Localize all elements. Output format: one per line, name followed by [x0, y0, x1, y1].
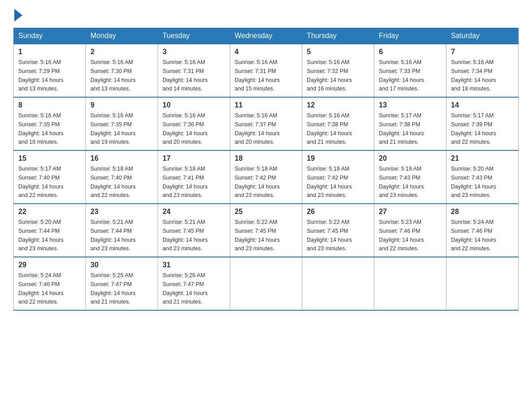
calendar-cell: 11 Sunrise: 5:16 AM Sunset: 7:37 PM Dayl… — [230, 97, 302, 150]
weekday-header-thursday: Thursday — [302, 28, 374, 44]
day-info: Sunrise: 5:20 AM Sunset: 7:43 PM Dayligh… — [451, 166, 496, 198]
calendar-cell: 9 Sunrise: 5:16 AM Sunset: 7:35 PM Dayli… — [86, 97, 158, 150]
calendar-cell — [302, 257, 374, 310]
day-info: Sunrise: 5:18 AM Sunset: 7:40 PM Dayligh… — [90, 166, 136, 198]
calendar-cell: 30 Sunrise: 5:25 AM Sunset: 7:47 PM Dayl… — [86, 257, 158, 310]
calendar-cell — [446, 257, 519, 310]
day-info: Sunrise: 5:19 AM Sunset: 7:42 PM Dayligh… — [307, 166, 352, 198]
calendar-cell: 15 Sunrise: 5:17 AM Sunset: 7:40 PM Dayl… — [14, 150, 86, 204]
calendar-cell: 31 Sunrise: 5:26 AM Sunset: 7:47 PM Dayl… — [158, 257, 230, 310]
day-number: 12 — [307, 101, 369, 109]
day-info: Sunrise: 5:16 AM Sunset: 7:33 PM Dayligh… — [379, 59, 424, 92]
calendar-cell: 22 Sunrise: 5:20 AM Sunset: 7:44 PM Dayl… — [14, 204, 86, 257]
day-info: Sunrise: 5:16 AM Sunset: 7:32 PM Dayligh… — [307, 59, 352, 92]
day-info: Sunrise: 5:22 AM Sunset: 7:45 PM Dayligh… — [235, 219, 280, 252]
calendar-week-row: 8 Sunrise: 5:16 AM Sunset: 7:35 PM Dayli… — [14, 97, 519, 150]
calendar-week-row: 22 Sunrise: 5:20 AM Sunset: 7:44 PM Dayl… — [14, 204, 519, 257]
calendar-cell: 13 Sunrise: 5:17 AM Sunset: 7:38 PM Dayl… — [374, 97, 446, 150]
day-info: Sunrise: 5:17 AM Sunset: 7:39 PM Dayligh… — [451, 112, 496, 145]
weekday-header-sunday: Sunday — [14, 28, 86, 44]
calendar-week-row: 1 Sunrise: 5:16 AM Sunset: 7:29 PM Dayli… — [14, 44, 519, 97]
weekday-header-saturday: Saturday — [446, 28, 519, 44]
day-info: Sunrise: 5:16 AM Sunset: 7:35 PM Dayligh… — [90, 112, 136, 145]
calendar-cell: 7 Sunrise: 5:16 AM Sunset: 7:34 PM Dayli… — [446, 44, 519, 97]
day-number: 6 — [379, 48, 442, 56]
day-number: 9 — [90, 101, 153, 109]
day-info: Sunrise: 5:24 AM Sunset: 7:46 PM Dayligh… — [451, 219, 496, 252]
day-number: 18 — [235, 154, 297, 163]
calendar-cell: 2 Sunrise: 5:16 AM Sunset: 7:30 PM Dayli… — [86, 44, 158, 97]
day-info: Sunrise: 5:24 AM Sunset: 7:46 PM Dayligh… — [18, 272, 64, 305]
calendar-cell: 5 Sunrise: 5:16 AM Sunset: 7:32 PM Dayli… — [302, 44, 374, 97]
day-number: 10 — [163, 101, 225, 109]
day-number: 23 — [90, 208, 153, 216]
day-info: Sunrise: 5:16 AM Sunset: 7:31 PM Dayligh… — [235, 59, 280, 92]
calendar-cell: 23 Sunrise: 5:21 AM Sunset: 7:44 PM Dayl… — [86, 204, 158, 257]
day-number: 15 — [18, 154, 81, 163]
day-number: 27 — [379, 208, 442, 216]
weekday-header-wednesday: Wednesday — [230, 28, 302, 44]
day-number: 30 — [90, 261, 153, 269]
day-number: 11 — [235, 101, 297, 109]
day-number: 4 — [235, 48, 297, 56]
calendar-cell: 26 Sunrise: 5:22 AM Sunset: 7:45 PM Dayl… — [302, 204, 374, 257]
day-info: Sunrise: 5:25 AM Sunset: 7:47 PM Dayligh… — [90, 272, 136, 305]
calendar-cell: 16 Sunrise: 5:18 AM Sunset: 7:40 PM Dayl… — [86, 150, 158, 204]
day-number: 13 — [379, 101, 442, 109]
day-info: Sunrise: 5:16 AM Sunset: 7:29 PM Dayligh… — [18, 59, 64, 92]
day-number: 24 — [163, 208, 225, 216]
logo-arrow-icon — [14, 9, 22, 21]
calendar-cell: 4 Sunrise: 5:16 AM Sunset: 7:31 PM Dayli… — [230, 44, 302, 97]
calendar-cell: 24 Sunrise: 5:21 AM Sunset: 7:45 PM Dayl… — [158, 204, 230, 257]
day-number: 25 — [235, 208, 297, 216]
calendar-cell: 18 Sunrise: 5:18 AM Sunset: 7:42 PM Dayl… — [230, 150, 302, 204]
day-number: 29 — [18, 261, 81, 269]
day-number: 5 — [307, 48, 369, 56]
weekday-header-friday: Friday — [374, 28, 446, 44]
calendar-cell: 19 Sunrise: 5:19 AM Sunset: 7:42 PM Dayl… — [302, 150, 374, 204]
day-info: Sunrise: 5:18 AM Sunset: 7:41 PM Dayligh… — [163, 166, 208, 198]
day-info: Sunrise: 5:20 AM Sunset: 7:44 PM Dayligh… — [18, 219, 64, 252]
day-info: Sunrise: 5:16 AM Sunset: 7:31 PM Dayligh… — [163, 59, 208, 92]
weekday-header-monday: Monday — [86, 28, 158, 44]
day-number: 1 — [18, 48, 81, 56]
calendar-table: SundayMondayTuesdayWednesdayThursdayFrid… — [13, 28, 519, 311]
day-info: Sunrise: 5:18 AM Sunset: 7:42 PM Dayligh… — [235, 166, 280, 198]
day-info: Sunrise: 5:16 AM Sunset: 7:38 PM Dayligh… — [307, 112, 352, 145]
calendar-cell: 14 Sunrise: 5:17 AM Sunset: 7:39 PM Dayl… — [446, 97, 519, 150]
day-info: Sunrise: 5:16 AM Sunset: 7:37 PM Dayligh… — [235, 112, 280, 145]
day-number: 8 — [18, 101, 81, 109]
day-number: 16 — [90, 154, 153, 163]
day-number: 2 — [90, 48, 153, 56]
day-info: Sunrise: 5:16 AM Sunset: 7:35 PM Dayligh… — [18, 112, 64, 145]
day-number: 19 — [307, 154, 369, 163]
calendar-cell: 27 Sunrise: 5:23 AM Sunset: 7:46 PM Dayl… — [374, 204, 446, 257]
calendar-cell: 20 Sunrise: 5:19 AM Sunset: 7:43 PM Dayl… — [374, 150, 446, 204]
calendar-cell: 29 Sunrise: 5:24 AM Sunset: 7:46 PM Dayl… — [14, 257, 86, 310]
day-number: 31 — [163, 261, 225, 269]
day-number: 20 — [379, 154, 442, 163]
calendar-cell: 21 Sunrise: 5:20 AM Sunset: 7:43 PM Dayl… — [446, 150, 519, 204]
day-number: 28 — [451, 208, 514, 216]
day-number: 21 — [451, 154, 514, 163]
day-info: Sunrise: 5:23 AM Sunset: 7:46 PM Dayligh… — [379, 219, 424, 252]
calendar-cell: 25 Sunrise: 5:22 AM Sunset: 7:45 PM Dayl… — [230, 204, 302, 257]
day-number: 7 — [451, 48, 514, 56]
day-info: Sunrise: 5:16 AM Sunset: 7:36 PM Dayligh… — [163, 112, 208, 145]
logo — [13, 9, 23, 19]
calendar-cell: 6 Sunrise: 5:16 AM Sunset: 7:33 PM Dayli… — [374, 44, 446, 97]
calendar-cell: 1 Sunrise: 5:16 AM Sunset: 7:29 PM Dayli… — [14, 44, 86, 97]
day-info: Sunrise: 5:22 AM Sunset: 7:45 PM Dayligh… — [307, 219, 352, 252]
calendar-cell: 28 Sunrise: 5:24 AM Sunset: 7:46 PM Dayl… — [446, 204, 519, 257]
day-info: Sunrise: 5:16 AM Sunset: 7:34 PM Dayligh… — [451, 59, 496, 92]
weekday-header-row: SundayMondayTuesdayWednesdayThursdayFrid… — [14, 28, 519, 44]
day-info: Sunrise: 5:17 AM Sunset: 7:40 PM Dayligh… — [18, 166, 64, 198]
calendar-week-row: 29 Sunrise: 5:24 AM Sunset: 7:46 PM Dayl… — [14, 257, 519, 310]
page-header — [13, 9, 519, 19]
day-number: 22 — [18, 208, 81, 216]
day-number: 17 — [163, 154, 225, 163]
calendar-cell: 10 Sunrise: 5:16 AM Sunset: 7:36 PM Dayl… — [158, 97, 230, 150]
calendar-cell: 17 Sunrise: 5:18 AM Sunset: 7:41 PM Dayl… — [158, 150, 230, 204]
weekday-header-tuesday: Tuesday — [158, 28, 230, 44]
calendar-cell: 12 Sunrise: 5:16 AM Sunset: 7:38 PM Dayl… — [302, 97, 374, 150]
